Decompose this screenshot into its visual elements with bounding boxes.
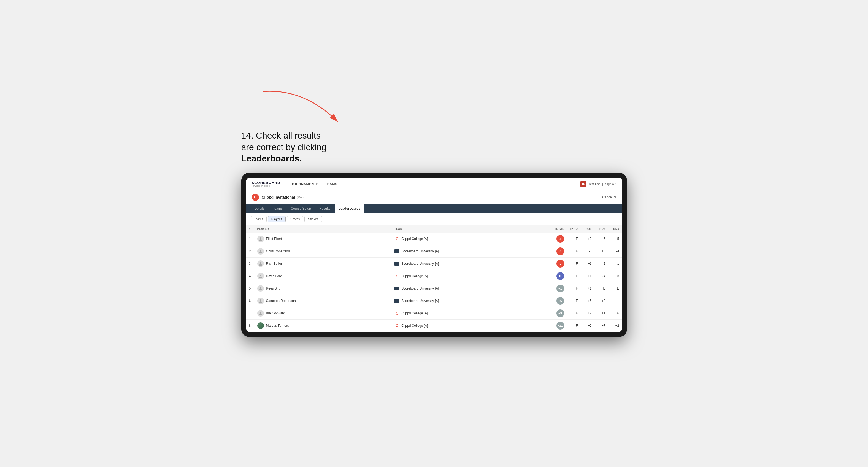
row-rd1: +1 — [581, 257, 594, 270]
row-rd3: -1 — [608, 257, 622, 270]
nav-tournaments[interactable]: TOURNAMENTS — [289, 181, 321, 187]
tournament-subtitle: (Men) — [297, 196, 305, 199]
row-rd1: +2 — [581, 307, 594, 319]
svg-point-6 — [259, 264, 262, 266]
row-player: Blair McHarg — [254, 307, 392, 319]
instruction-line3: Leaderboards. — [241, 153, 302, 163]
team-logo-icon: C — [396, 274, 398, 278]
team-name: Clippd College [A] — [401, 311, 428, 315]
tablet-screen: SCOREBOARD Powered by clippd TOURNAMENTS… — [246, 178, 622, 332]
team-icon — [394, 261, 400, 267]
instruction-line1: 14. Check all results — [241, 131, 321, 141]
sign-out-link[interactable]: Sign out — [605, 182, 616, 186]
filter-strokes[interactable]: Strokes — [304, 216, 322, 222]
filter-scores[interactable]: Scores — [287, 216, 303, 222]
row-total: +9 — [548, 307, 567, 319]
row-rd3: +3 — [608, 270, 622, 282]
table-row: 4 David Ford C Clippd College [A] E F +1… — [246, 270, 622, 282]
svg-point-1 — [260, 238, 261, 239]
svg-point-12 — [259, 302, 262, 303]
tournament-icon: C — [252, 194, 259, 201]
team-name: Clippd College [A] — [401, 274, 428, 278]
annotation-arrow — [255, 86, 343, 135]
row-thru: F — [567, 257, 581, 270]
row-rd3: E — [608, 282, 622, 294]
team-logo-icon — [395, 299, 399, 303]
col-header-rd2: RD2 — [594, 225, 608, 233]
svg-point-7 — [260, 275, 261, 276]
row-team: C Clippd College [A] — [392, 307, 547, 319]
player-avatar — [257, 322, 264, 329]
close-icon: ✕ — [614, 195, 617, 199]
tournament-title: Clippd Invitational — [262, 195, 295, 199]
row-rd3: -5 — [608, 232, 622, 245]
row-team: C Clippd College [A] — [392, 232, 547, 245]
player-avatar — [257, 260, 264, 267]
row-rd2: +5 — [594, 245, 608, 257]
brand-subtitle: Powered by clippd — [252, 185, 280, 187]
page-wrapper: 14. Check all results are correct by cli… — [241, 130, 627, 337]
player-name: David Ford — [266, 274, 282, 278]
tablet-device: SCOREBOARD Powered by clippd TOURNAMENTS… — [241, 173, 627, 337]
row-total: E — [548, 270, 567, 282]
tab-teams[interactable]: Teams — [269, 204, 286, 213]
player-avatar — [257, 248, 264, 255]
col-header-rd3: RD3 — [608, 225, 622, 233]
table-row: 8 Marcus Turners C Clippd College [A] +1… — [246, 319, 622, 332]
row-rd2: +2 — [594, 294, 608, 307]
player-name: Rees Britt — [266, 286, 281, 290]
tab-leaderboards[interactable]: Leaderboards — [335, 204, 364, 213]
team-icon: C — [394, 273, 400, 279]
cancel-button[interactable]: Cancel ✕ — [602, 195, 616, 199]
team-logo-icon: C — [396, 237, 398, 241]
row-total: +1 — [548, 282, 567, 294]
row-rd2: +1 — [594, 307, 608, 319]
tab-details[interactable]: Details — [251, 204, 269, 213]
col-header-rank: # — [246, 225, 254, 233]
row-rank: 2 — [246, 245, 254, 257]
svg-point-4 — [259, 252, 262, 253]
row-thru: F — [567, 294, 581, 307]
row-rd1: +3 — [581, 232, 594, 245]
svg-point-2 — [259, 240, 262, 241]
team-name: Clippd College [A] — [401, 237, 428, 241]
row-team: C Clippd College [A] — [392, 270, 547, 282]
row-rd1: +1 — [581, 270, 594, 282]
row-rd1: +1 — [581, 282, 594, 294]
team-icon — [394, 249, 400, 254]
row-thru: F — [567, 319, 581, 332]
col-header-player: PLAYER — [254, 225, 392, 233]
tab-results[interactable]: Results — [315, 204, 334, 213]
table-row: 1 Elliot Ebert C Clippd College [A] -8 F… — [246, 232, 622, 245]
row-rd3: +2 — [608, 319, 622, 332]
table-row: 2 Chris Robertson Scoreboard University … — [246, 245, 622, 257]
team-logo-icon: C — [396, 323, 398, 328]
user-label: Test User | — [589, 182, 603, 186]
filter-players[interactable]: Players — [268, 216, 286, 222]
score-badge: +6 — [556, 297, 564, 305]
player-avatar — [257, 273, 264, 279]
col-header-rd1: RD1 — [581, 225, 594, 233]
player-name: Elliot Ebert — [266, 237, 282, 241]
score-badge: +1 — [556, 285, 564, 292]
instruction-line2: are correct by clicking — [241, 142, 327, 152]
tab-bar: Details Teams Course Setup Results Leade… — [246, 204, 622, 213]
filter-teams[interactable]: Teams — [251, 216, 267, 222]
row-rd2: E — [594, 282, 608, 294]
row-rank: 4 — [246, 270, 254, 282]
nav-teams[interactable]: TEAMS — [323, 181, 340, 187]
tab-course-setup[interactable]: Course Setup — [287, 204, 315, 213]
row-thru: F — [567, 232, 581, 245]
row-rank: 8 — [246, 319, 254, 332]
row-rd2: +7 — [594, 319, 608, 332]
row-rank: 5 — [246, 282, 254, 294]
team-logo-icon: C — [396, 311, 398, 315]
score-badge: -2 — [556, 260, 564, 268]
row-thru: F — [567, 245, 581, 257]
score-badge: +11 — [556, 322, 564, 330]
row-rank: 1 — [246, 232, 254, 245]
row-rank: 3 — [246, 257, 254, 270]
user-avatar: TU — [581, 181, 586, 187]
player-name: Cameron Robertson — [266, 299, 296, 303]
row-rd1: -5 — [581, 245, 594, 257]
